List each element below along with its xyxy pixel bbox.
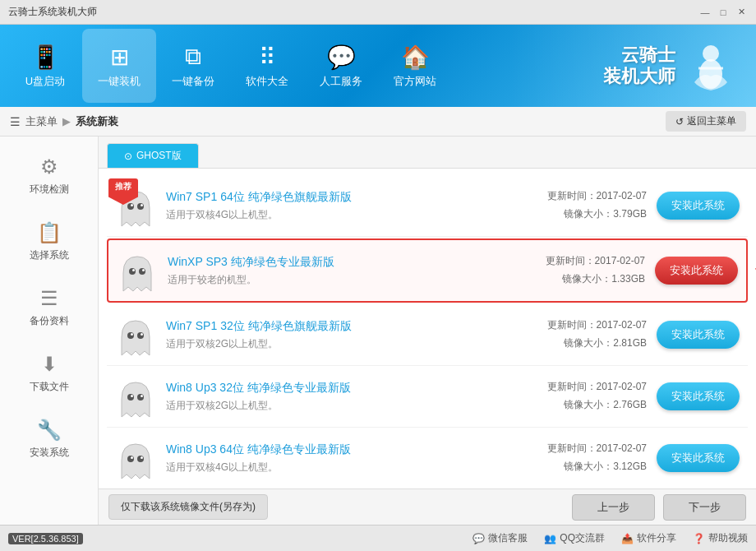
qq-group[interactable]: 👥 QQ交流群: [544, 531, 605, 545]
bottom-bar: 仅下载该系统镜像文件(另存为) 上一步 下一步: [99, 488, 756, 525]
prev-button[interactable]: 上一步: [572, 494, 655, 521]
menu-icon: ☰: [10, 115, 21, 128]
wechat-icon: 💬: [472, 533, 485, 544]
service-nav-label: 人工服务: [320, 74, 362, 89]
download-sidebar-label: 下载文件: [30, 380, 69, 394]
logo-icon: [682, 37, 740, 95]
svg-point-13: [131, 333, 133, 336]
main-content: ⚙环境检测📋选择系统☰备份资料⬇下载文件🔧安装系统 ⊙ GHOST版 推荐Win…: [0, 137, 756, 525]
sidebar: ⚙环境检测📋选择系统☰备份资料⬇下载文件🔧安装系统: [0, 137, 99, 525]
qq-label: QQ交流群: [560, 531, 605, 545]
svg-point-3: [127, 203, 134, 210]
help-video[interactable]: ❓ 帮助视频: [693, 531, 748, 545]
website-nav-label: 官方网站: [394, 74, 436, 89]
sys-info-2: WinXP SP3 纯净绿色专业最新版适用于较老的机型。: [168, 255, 512, 287]
nav-item-usb[interactable]: 📱U盘启动: [8, 29, 82, 103]
svg-point-20: [137, 456, 144, 462]
sidebar-item-backup[interactable]: ☰备份资料: [8, 276, 90, 338]
service-nav-icon: 💬: [327, 44, 356, 71]
minimize-button[interactable]: —: [698, 6, 712, 19]
nav-item-backup[interactable]: ⧉一键备份: [156, 29, 230, 103]
share-label: 软件分享: [637, 531, 676, 545]
svg-point-14: [141, 333, 143, 336]
svg-point-15: [127, 394, 134, 401]
svg-point-16: [137, 394, 144, 401]
close-button[interactable]: ✕: [735, 6, 748, 19]
sys-meta-5: 更新时间：2017-02-07镜像大小：3.12GB: [523, 440, 647, 475]
onekey-nav-icon: ⊞: [110, 44, 129, 71]
sidebar-item-env[interactable]: ⚙环境检测: [8, 145, 90, 206]
svg-point-12: [137, 332, 144, 339]
share-icon: 📤: [621, 533, 634, 544]
ghost-icon-4: [115, 376, 156, 417]
usb-nav-label: U盘启动: [25, 74, 65, 89]
system-item-4: Win8 Up3 32位 纯净绿色专业最新版适用于双核2G以上机型。更新时间：2…: [107, 366, 748, 428]
app-title: 云骑士系统装机大师: [8, 5, 97, 19]
svg-point-21: [131, 456, 133, 459]
sys-name-4[interactable]: Win8 Up3 32位 纯净绿色专业最新版: [166, 381, 514, 396]
wechat-label: 微信客服: [488, 531, 528, 545]
back-button[interactable]: ↺ 返回主菜单: [666, 111, 746, 132]
software-share[interactable]: 📤 软件分享: [621, 531, 676, 545]
website-nav-icon: 🏠: [401, 44, 430, 71]
ghost-icon-5: [115, 438, 156, 479]
backup-sidebar-label: 备份资料: [30, 314, 69, 328]
svg-point-22: [141, 456, 143, 459]
software-nav-label: 软件大全: [246, 74, 288, 89]
system-item-5: Win8 Up3 64位 纯净绿色专业最新版适用于双核4G以上机型。更新时间：2…: [107, 428, 748, 488]
svg-point-5: [131, 204, 133, 206]
status-bar: VER[2.5.36.853] 💬 微信客服 👥 QQ交流群 📤 软件分享 ❓ …: [0, 525, 756, 551]
ghost-icon-2: [117, 250, 158, 291]
qq-icon: 👥: [544, 533, 556, 544]
system-item-1: 推荐Win7 SP1 64位 纯净绿色旗舰最新版适用于双核4G以上机型。更新时间…: [107, 175, 748, 237]
sys-meta-2: 更新时间：2017-02-07镜像大小：1.33GB: [522, 252, 645, 288]
nav-item-website[interactable]: 🏠官方网站: [378, 29, 452, 103]
onekey-nav-label: 一键装机: [98, 74, 141, 89]
tab-ghost[interactable]: ⊙ GHOST版: [107, 143, 199, 168]
breadcrumb-current: 系统新装: [76, 114, 118, 129]
svg-point-4: [137, 203, 144, 210]
breadcrumb-bar: ☰ 主菜单 ▶ 系统新装 ↺ 返回主菜单: [0, 107, 756, 137]
backup-nav-icon: ⧉: [185, 44, 201, 71]
sidebar-item-select[interactable]: 📋选择系统: [8, 211, 90, 272]
svg-point-7: [129, 268, 136, 275]
download-only-button[interactable]: 仅下载该系统镜像文件(另存为): [108, 494, 268, 520]
install-btn-1[interactable]: 安装此系统: [657, 192, 740, 220]
sidebar-item-download[interactable]: ⬇下载文件: [8, 342, 90, 404]
install-btn-5[interactable]: 安装此系统: [657, 444, 740, 472]
env-sidebar-label: 环境检测: [30, 183, 69, 197]
maximize-button[interactable]: □: [717, 6, 730, 19]
nav-item-service[interactable]: 💬人工服务: [304, 29, 378, 103]
help-label: 帮助视频: [708, 531, 748, 545]
nav-item-onekey[interactable]: ⊞一键装机: [82, 29, 156, 103]
wechat-service[interactable]: 💬 微信客服: [472, 531, 528, 545]
select-sidebar-label: 选择系统: [30, 248, 69, 262]
next-button[interactable]: 下一步: [663, 494, 746, 521]
titlebar: 云骑士系统装机大师 — □ ✕: [0, 0, 756, 25]
sys-name-3[interactable]: Win7 SP1 32位 纯净绿色旗舰最新版: [166, 319, 514, 334]
sys-desc-2: 适用于较老的机型。: [168, 273, 512, 287]
download-sidebar-icon: ⬇: [41, 353, 58, 376]
sys-name-5[interactable]: Win8 Up3 64位 纯净绿色专业最新版: [166, 442, 514, 457]
breadcrumb-separator: ▶: [62, 115, 71, 127]
install-btn-2[interactable]: 安装此系统↑: [655, 257, 738, 285]
sys-info-3: Win7 SP1 32位 纯净绿色旗舰最新版适用于双核2G以上机型。: [166, 319, 514, 351]
nav-item-software[interactable]: ⠿软件大全: [230, 29, 304, 103]
content-panel: ⊙ GHOST版 推荐Win7 SP1 64位 纯净绿色旗舰最新版适用于双核4G…: [99, 137, 756, 525]
sys-name-2[interactable]: WinXP SP3 纯净绿色专业最新版: [168, 255, 512, 270]
logo-area: 云骑士 装机大师: [603, 37, 740, 95]
install-btn-4[interactable]: 安装此系统: [657, 382, 740, 410]
sys-desc-1: 适用于双核4G以上机型。: [166, 208, 514, 222]
install-btn-3[interactable]: 安装此系统: [657, 321, 740, 349]
software-nav-icon: ⠿: [259, 44, 276, 71]
breadcrumb-home[interactable]: 主菜单: [25, 114, 58, 129]
svg-point-9: [132, 269, 135, 271]
sys-info-4: Win8 Up3 32位 纯净绿色专业最新版适用于双核2G以上机型。: [166, 381, 514, 413]
sys-desc-3: 适用于双核2G以上机型。: [166, 337, 514, 351]
svg-point-10: [142, 269, 145, 271]
tabs-bar: ⊙ GHOST版: [99, 137, 756, 169]
sys-name-1[interactable]: Win7 SP1 64位 纯净绿色旗舰最新版: [166, 190, 514, 205]
env-sidebar-icon: ⚙: [40, 155, 58, 178]
svg-point-19: [127, 456, 134, 462]
sidebar-item-install[interactable]: 🔧安装系统: [8, 408, 90, 470]
